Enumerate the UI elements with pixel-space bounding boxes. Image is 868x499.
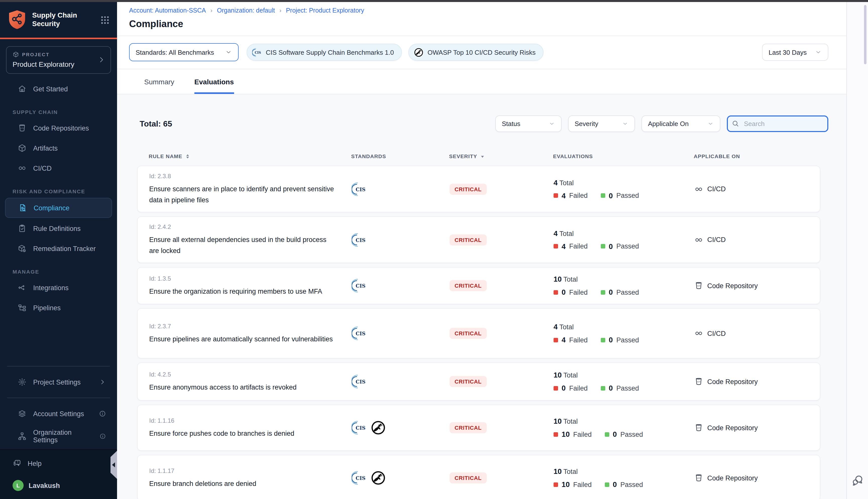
chevron-down-icon (622, 121, 628, 127)
column-header-evaluations[interactable]: EVALUATIONS (553, 153, 694, 159)
rule-row[interactable]: Id: 2.3.7Ensure pipelines are automatica… (137, 308, 820, 359)
svg-text:CIS: CIS (355, 476, 365, 482)
project-name: Product Exploratory (13, 60, 97, 68)
project-selector[interactable]: PROJECT Product Exploratory (6, 46, 111, 74)
filter-dropdown-status[interactable]: Status (495, 115, 562, 132)
passed-square-icon (601, 290, 605, 295)
severity-cell: CRITICAL (449, 234, 554, 245)
sidebar-item-code-repositories[interactable]: </>Code Repositories (5, 119, 112, 137)
sort-arrows-icon (185, 153, 190, 159)
failed-square-icon (554, 193, 558, 198)
apps-grid-icon[interactable] (100, 15, 110, 25)
sidebar-item-label: Remediation Tracker (33, 245, 96, 252)
sidebar-item-rule-definitions[interactable]: Rule Definitions (5, 219, 112, 238)
sidebar-item-account-settings[interactable]: Account Settings (5, 404, 112, 423)
evaluations-passed: 0 Passed (601, 289, 639, 296)
svg-text:CIS: CIS (355, 331, 365, 337)
rule-cell: Id: 2.4.2Ensure all external dependencie… (149, 217, 352, 263)
sidebar-item-get-started[interactable]: Get Started (5, 79, 112, 98)
filter-label: Status (502, 120, 520, 127)
project-eyebrow-label: PROJECT (22, 52, 49, 57)
rule-title: Ensure branch deletions are denied (149, 478, 335, 489)
rule-title: Ensure all external dependencies used in… (149, 234, 335, 256)
applicable-on-label: CI/CD (707, 236, 726, 244)
chevron-right-icon (99, 378, 106, 386)
rule-row[interactable]: Id: 2.4.2Ensure all external dependencie… (137, 216, 820, 263)
rule-id: Id: 1.3.5 (149, 275, 335, 282)
chevron-right-icon (97, 56, 106, 64)
filter-dropdown-severity[interactable]: Severity (568, 115, 635, 132)
standard-chip[interactable]: CISCIS Software Supply Chain Benchmarks … (246, 44, 402, 61)
user-menu[interactable]: L Lavakush (13, 480, 110, 491)
gear-icon (17, 378, 27, 387)
sidebar-item-label: Account Settings (33, 410, 84, 417)
severity-cell: CRITICAL (449, 328, 554, 339)
cis-logo-icon: CIS (352, 278, 367, 293)
rule-row[interactable]: Id: 2.3.8Ensure scanners are in place to… (137, 166, 820, 212)
rule-row[interactable]: Id: 1.1.16Ensure force pushes code to br… (137, 405, 820, 451)
sidebar-item-label: Compliance (34, 204, 70, 211)
clipboard-check-icon (17, 224, 27, 233)
breadcrumb-link[interactable]: Project: Product Exploratory (286, 7, 364, 14)
sidebar-section-heading: MANAGE (0, 258, 117, 278)
sidebar-item-pipelines[interactable]: Pipelines (5, 298, 112, 317)
failed-square-icon (554, 338, 558, 342)
column-header-severity[interactable]: SEVERITY (449, 153, 553, 159)
search-input[interactable] (727, 115, 828, 132)
sidebar-item-label: Rule Definitions (33, 224, 81, 232)
rule-row[interactable]: Id: 1.1.17Ensure branch deletions are de… (137, 455, 820, 499)
sidebar-nav: Get StartedSUPPLY CHAIN</>Code Repositor… (0, 76, 117, 360)
column-header-label: RULE NAME (149, 153, 182, 159)
tab-summary[interactable]: Summary (144, 78, 174, 94)
standards-cell: CIS (352, 326, 449, 341)
filter-dropdown-applicable-on[interactable]: Applicable On (641, 115, 720, 132)
evaluations-passed: 0 Passed (601, 192, 639, 199)
date-range-dropdown[interactable]: Last 30 Days (762, 44, 828, 61)
applicable-on-cell: </>Code Repository (694, 424, 820, 433)
evaluations-passed: 0 Passed (601, 242, 639, 251)
cis-logo-icon: CIS (352, 232, 367, 247)
rule-id: Id: 2.3.7 (149, 322, 335, 330)
sidebar-item-remediation-tracker[interactable]: Remediation Tracker (5, 239, 112, 258)
evaluations-total: 10 Total (554, 467, 694, 476)
tab-evaluations[interactable]: Evaluations (194, 78, 234, 94)
evaluations-panel: Total: 65 StatusSeverityApplicable On RU… (117, 94, 846, 499)
breadcrumb-link[interactable]: Organization: default (217, 7, 275, 14)
rule-cell: Id: 1.3.5Ensure the organization is requ… (149, 268, 352, 303)
sidebar-item-help[interactable]: ? Help (13, 459, 110, 468)
standard-chip[interactable]: OWASP Top 10 CI/CD Security Risks (408, 44, 543, 61)
sidebar-item-organization-settings[interactable]: Organization Settings (5, 424, 112, 449)
applicable-on-label: Code Repository (707, 378, 758, 386)
chat-bubbles-icon[interactable] (851, 474, 864, 487)
owasp-logo-icon (371, 471, 386, 486)
rule-id: Id: 2.3.8 (149, 173, 335, 180)
rule-cell: Id: 2.3.7Ensure pipelines are automatica… (149, 316, 352, 351)
column-header-applicable-on[interactable]: APPLICABLE ON (694, 153, 820, 159)
standards-dropdown[interactable]: Standards: All Benchmarks (129, 43, 239, 61)
org-chart-icon (17, 432, 27, 441)
breadcrumb-link[interactable]: Account: Automation-SSCA (129, 7, 206, 14)
sidebar-item-artifacts[interactable]: Artifacts (5, 138, 112, 158)
breadcrumb-separator-icon: › (279, 7, 281, 14)
rule-row[interactable]: Id: 4.2.5Ensure anonymous access to arti… (137, 363, 820, 401)
cis-logo-icon: CIS (352, 326, 367, 341)
sidebar-item-project-settings[interactable]: Project Settings (5, 373, 112, 392)
code-repo-icon: </> (694, 474, 703, 483)
table-header-row: RULE NAMESTANDARDSSEVERITYEVALUATIONSAPP… (137, 153, 820, 159)
sidebar-item-compliance[interactable]: Compliance (5, 198, 112, 218)
passed-square-icon (601, 193, 605, 198)
severity-badge: CRITICAL (449, 234, 486, 245)
scrollbar-thumb[interactable] (864, 5, 867, 64)
rule-row[interactable]: Id: 1.3.5Ensure the organization is requ… (137, 267, 820, 304)
severity-cell: CRITICAL (449, 183, 554, 195)
sidebar-item-label: Artifacts (33, 144, 58, 152)
rule-cell: Id: 4.2.5Ensure anonymous access to arti… (149, 364, 352, 399)
svg-text:</>: </> (20, 127, 24, 130)
sidebar-item-integrations[interactable]: Integrations (5, 278, 112, 297)
column-header-standards[interactable]: STANDARDS (351, 153, 449, 159)
column-header-rule-name[interactable]: RULE NAME (149, 153, 351, 159)
infinity-icon (694, 329, 703, 338)
sidebar-item-ci-cd[interactable]: CI/CD (5, 159, 112, 178)
filter-label: Applicable On (648, 120, 689, 127)
pipelines-icon (17, 303, 27, 312)
